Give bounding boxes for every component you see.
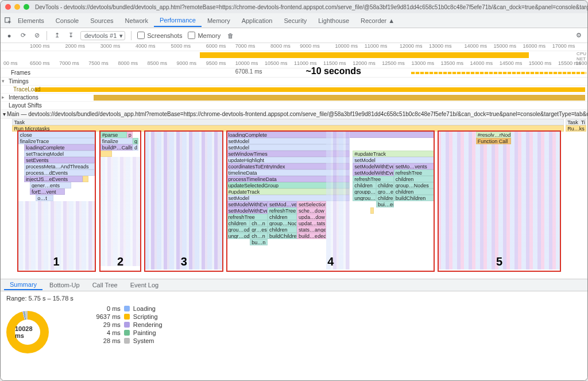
tab-performance[interactable]: Performance <box>154 14 202 27</box>
flame-r4r2-4[interactable]: children <box>394 188 435 195</box>
flame-r4c-3[interactable]: updat…tats <box>297 220 326 226</box>
reload-icon[interactable]: ⟳ <box>19 32 27 40</box>
flame-r2-0b[interactable]: p… <box>127 132 133 138</box>
clear-icon[interactable]: ⊘ <box>33 32 41 40</box>
tab-memory[interactable]: Memory <box>202 15 236 26</box>
tab-network[interactable]: Network <box>119 15 154 26</box>
profile-selector[interactable]: devtools #1 ▾ <box>80 31 125 40</box>
flame-r5-0[interactable]: #resolv…rNodes <box>476 132 511 138</box>
tab-security[interactable]: Security <box>278 15 312 26</box>
flame-r4r-9[interactable]: gro…es <box>376 188 394 195</box>
flame-r4r-7[interactable]: ungrou…Nodes <box>353 195 376 201</box>
flame-r1-3[interactable]: setTracingModel <box>24 151 95 157</box>
flame-r1-1[interactable]: finalizeTrace <box>18 138 95 144</box>
flame-r4b-4[interactable]: gr…es <box>250 226 268 233</box>
tab-sources[interactable]: Sources <box>84 15 119 26</box>
flame-r4d-0[interactable]: group…Nodes <box>268 220 297 226</box>
flame-r1-0[interactable]: close <box>18 132 95 138</box>
flame-r4-13[interactable]: refreshTree <box>226 214 268 220</box>
flame-r4c-4[interactable]: stats…ange <box>297 226 326 233</box>
flame-chart[interactable]: Task Task Ti…ed Run Microtasks Ru…ks clo… <box>1 119 587 279</box>
traceload-row[interactable]: TraceLoad <box>1 86 587 94</box>
trash-icon[interactable]: 🗑 <box>226 32 234 40</box>
btab-summary[interactable]: Summary <box>4 280 42 290</box>
flame-region5-stripes[interactable] <box>438 132 561 270</box>
upload-icon[interactable]: ↥ <box>53 32 61 40</box>
flame-r4b-5[interactable]: ch…n <box>250 233 268 239</box>
minimize-window-icon[interactable] <box>14 4 20 10</box>
flame-r5-1[interactable]: Function Call <box>476 138 511 144</box>
flame-r2-3[interactable] <box>100 151 112 157</box>
flame-r4r-8[interactable]: children <box>376 182 394 188</box>
flame-run-microtasks[interactable]: Run Microtasks <box>12 125 564 132</box>
flame-r4r2-3[interactable]: group…Nodes <box>394 182 435 188</box>
zoom-window-icon[interactable] <box>24 4 29 10</box>
tab-console[interactable]: Console <box>50 15 84 26</box>
frames-track[interactable]: Frames 6708.1 ms ~10 seconds <box>1 68 587 78</box>
flame-r4c-2[interactable]: upda…dow <box>297 214 326 220</box>
flame-r2-1[interactable]: finalize <box>100 138 133 144</box>
overview-strip[interactable]: 1000 ms 2000 ms 3000 ms 4000 ms 5000 ms … <box>1 43 587 60</box>
record-icon[interactable]: ● <box>5 32 13 40</box>
flame-r4r2-0[interactable]: setMo…vents <box>394 163 435 170</box>
flame-r4r2-1[interactable]: refreshTree <box>394 170 435 176</box>
flame-r2-2[interactable]: buildP…Calls <box>100 144 133 151</box>
flame-r1-10[interactable]: o…t <box>36 195 53 201</box>
main-thread-header[interactable]: ▾Main — devtools://devtools/bundled/devt… <box>1 110 587 119</box>
flame-r4r2-2[interactable]: children <box>394 176 435 182</box>
flame-r2-0[interactable]: #parse <box>100 132 127 138</box>
flame-r1-7b[interactable] <box>83 176 88 182</box>
flame-region3-stripes[interactable] <box>144 132 223 270</box>
flame-r4-14[interactable]: children <box>226 220 250 226</box>
flame-r4-16[interactable]: ungr…odes <box>226 233 250 239</box>
flame-ti-ed[interactable]: Ti…ed <box>579 119 586 125</box>
flame-r4r-10[interactable]: children <box>376 195 394 201</box>
screenshots-checkbox[interactable]: Screenshots <box>137 32 182 39</box>
flame-r1-8[interactable]: gener…ents <box>30 182 71 188</box>
flame-task[interactable]: Task <box>12 119 564 125</box>
flame-r4r-0[interactable]: #updateTrack <box>353 151 435 157</box>
flame-r1-9[interactable]: forE…vent <box>30 188 65 195</box>
flame-r4-11[interactable]: setModelWithEvents <box>226 201 268 207</box>
flame-r1-6[interactable]: process…dEvents <box>24 170 95 176</box>
btab-bottomup[interactable]: Bottom-Up <box>44 280 86 290</box>
settings-gear-icon[interactable]: ⚙ <box>575 32 583 40</box>
btab-calltree[interactable]: Call Tree <box>87 280 123 290</box>
flame-r4r-1[interactable]: setModel <box>353 157 435 163</box>
tab-recorder[interactable]: Recorder ▲ <box>355 15 400 26</box>
flame-r4-12[interactable]: setModelWithEvents <box>226 207 268 214</box>
flame-r1-7[interactable]: injectJS…eEvents <box>24 176 83 182</box>
flame-r4r-2[interactable]: setModelWithEvents <box>353 163 394 170</box>
flame-r4r-11[interactable]: bui…en <box>376 201 394 207</box>
layout-shifts-track[interactable]: Layout Shifts <box>1 102 587 110</box>
flame-r4c-5[interactable]: build…eded <box>297 233 326 239</box>
flame-r4b-0[interactable]: setMod…vents <box>268 201 297 207</box>
timings-track[interactable]: Timings <box>1 78 587 86</box>
flame-r4d-1[interactable]: children <box>268 226 297 233</box>
flame-r1-4[interactable]: setEvents <box>24 157 95 163</box>
flame-r4r-4[interactable]: refreshTree <box>353 176 394 182</box>
flame-r4b-6[interactable]: bu…n <box>250 239 268 245</box>
close-window-icon[interactable] <box>5 4 11 10</box>
flame-r4r-6[interactable]: groupp…Nodes <box>353 188 376 195</box>
flame-r4c-1[interactable]: sche…dow <box>297 207 326 214</box>
flame-task-right[interactable]: Task <box>566 119 578 125</box>
flame-r4b-2[interactable]: children <box>268 214 297 220</box>
timeline-ruler[interactable]: 00 ms 6500 ms 7000 ms 7500 ms 8000 ms 85… <box>1 60 587 68</box>
flame-r1-5[interactable]: processMeta…AndThreads <box>24 163 95 170</box>
tab-lighthouse[interactable]: Lighthouse <box>312 15 355 26</box>
flame-tiny-yellow[interactable] <box>370 207 374 214</box>
interactions-track[interactable]: Interactions <box>1 94 587 102</box>
inspect-element-icon[interactable] <box>4 17 12 25</box>
flame-r4-15[interactable]: grou…odes <box>226 226 250 233</box>
btab-eventlog[interactable]: Event Log <box>125 280 165 290</box>
flame-r4r2-5[interactable]: buildChildren <box>394 195 435 201</box>
flame-r2-2b[interactable]: d… <box>133 144 138 151</box>
flame-r4c-0[interactable]: setSelection <box>297 201 326 207</box>
flame-r4b-1[interactable]: refreshTree <box>268 207 297 214</box>
flame-r4r-5[interactable]: children <box>353 182 376 188</box>
tab-application[interactable]: Application <box>236 15 278 26</box>
flame-ruks[interactable]: Ru…ks <box>566 125 586 132</box>
flame-r4r-3[interactable]: setModelWithEvents <box>353 170 394 176</box>
flame-r4b-3[interactable]: ch…n <box>250 220 268 226</box>
